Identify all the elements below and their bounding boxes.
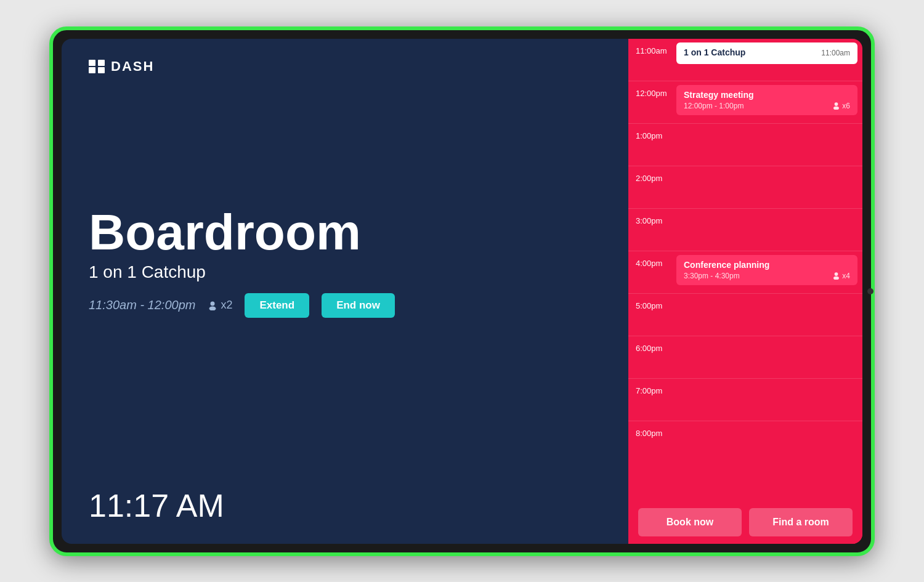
left-panel: DASH Boardroom 1 on 1 Catchup 11:30am - …	[62, 39, 628, 544]
time-slot-600: 6:00pm	[628, 336, 862, 378]
time-slot-100: 1:00pm	[628, 124, 862, 166]
event-card-conference: Conference planning 3:30pm - 4:30pm x4	[676, 255, 857, 285]
event-time-catchup: 11:00am	[821, 49, 850, 57]
svg-rect-2	[89, 67, 95, 73]
room-name: Boardroom	[89, 207, 601, 257]
book-now-button[interactable]: Book now	[638, 508, 742, 536]
svg-point-9	[833, 277, 839, 280]
time-slot-800: 8:00pm	[628, 421, 862, 463]
event-area-500	[674, 294, 862, 336]
current-time: 11:17 AM	[89, 487, 601, 524]
time-slot-1200: 12:00pm Strategy meeting 12:00pm - 1:00p…	[628, 81, 862, 123]
time-label-100: 1:00pm	[628, 124, 674, 147]
time-slot-400: 4:00pm Conference planning 3:30pm - 4:30…	[628, 251, 862, 293]
event-name-conference: Conference planning	[684, 260, 850, 270]
camera-dot	[867, 288, 873, 294]
extend-button[interactable]: Extend	[245, 293, 309, 318]
time-label-700: 7:00pm	[628, 379, 674, 402]
schedule-area: 11:00am 1 on 1 Catchup 11:00am 12:00pm	[628, 39, 862, 501]
logo: DASH	[89, 59, 601, 75]
svg-point-5	[209, 306, 216, 310]
svg-point-7	[833, 107, 839, 110]
svg-rect-0	[89, 60, 95, 66]
time-label-500: 5:00pm	[628, 294, 674, 317]
meeting-time: 11:30am - 12:00pm	[89, 298, 195, 312]
event-area-600	[674, 336, 862, 378]
right-panel: 11:00am 1 on 1 Catchup 11:00am 12:00pm	[628, 39, 862, 544]
find-room-button[interactable]: Find a room	[749, 508, 853, 536]
logo-icon	[89, 60, 105, 73]
time-slot-500: 5:00pm	[628, 294, 862, 336]
svg-rect-3	[98, 67, 105, 73]
tablet-screen: DASH Boardroom 1 on 1 Catchup 11:30am - …	[62, 39, 862, 544]
meeting-meta: 11:30am - 12:00pm x2 Extend End now	[89, 293, 601, 318]
time-label-200: 2:00pm	[628, 166, 674, 189]
time-slot-200: 2:00pm	[628, 166, 862, 208]
time-slot-300: 3:00pm	[628, 209, 862, 251]
svg-point-4	[211, 301, 215, 305]
event-area-700	[674, 379, 862, 421]
event-area-1100: 1 on 1 Catchup 11:00am	[674, 39, 862, 81]
time-label-800: 8:00pm	[628, 421, 674, 444]
event-attendees-conference: x4	[832, 272, 850, 280]
time-slot-700: 7:00pm	[628, 379, 862, 421]
time-label-400: 4:00pm	[628, 251, 674, 274]
bottom-buttons: Book now Find a room	[628, 501, 862, 544]
logo-text: DASH	[111, 59, 154, 75]
time-label-600: 6:00pm	[628, 336, 674, 359]
event-area-100	[674, 124, 862, 166]
time-label-1100: 11:00am	[628, 39, 674, 62]
meeting-title: 1 on 1 Catchup	[89, 262, 601, 282]
event-name-catchup: 1 on 1 Catchup	[684, 47, 745, 57]
event-name-strategy: Strategy meeting	[684, 90, 850, 100]
attendee-count: x2	[208, 299, 232, 312]
event-area-800	[674, 421, 862, 463]
event-time-conference: 3:30pm - 4:30pm	[684, 272, 740, 280]
svg-point-6	[835, 102, 838, 106]
event-area-1200: Strategy meeting 12:00pm - 1:00pm x6	[674, 81, 862, 123]
svg-point-8	[835, 272, 838, 276]
tablet-device: DASH Boardroom 1 on 1 Catchup 11:30am - …	[49, 26, 875, 556]
event-area-300	[674, 209, 862, 251]
time-label-300: 3:00pm	[628, 209, 674, 232]
event-attendees-strategy: x6	[832, 102, 850, 110]
svg-rect-1	[98, 60, 105, 66]
event-area-400: Conference planning 3:30pm - 4:30pm x4	[674, 251, 862, 293]
event-time-strategy: 12:00pm - 1:00pm	[684, 102, 744, 110]
room-content: Boardroom 1 on 1 Catchup 11:30am - 12:00…	[89, 75, 601, 487]
end-now-button[interactable]: End now	[322, 293, 395, 318]
event-card-catchup: 1 on 1 Catchup 11:00am	[676, 42, 857, 64]
time-slot-1100: 11:00am 1 on 1 Catchup 11:00am	[628, 39, 862, 81]
event-card-strategy: Strategy meeting 12:00pm - 1:00pm x6	[676, 85, 857, 115]
time-label-1200: 12:00pm	[628, 81, 674, 104]
event-area-200	[674, 166, 862, 208]
